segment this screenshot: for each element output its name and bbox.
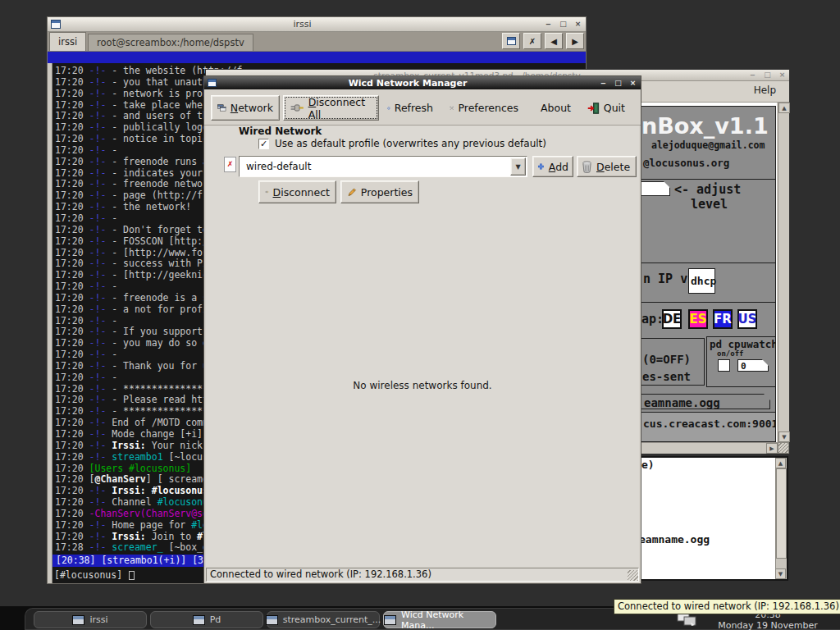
close-tab-icon[interactable]: ✗ (523, 33, 541, 49)
terminal-window-title: irssi (61, 19, 544, 30)
refresh-label: Refresh (395, 102, 433, 114)
taskbar-item-pd[interactable]: Pd (150, 611, 263, 628)
terminal-tabbar: irssi root@screambox:/home/dspstv ✗ ◀ ▶ (48, 32, 586, 52)
taskbar-item-streambox[interactable]: streambox_current_... (267, 611, 380, 628)
delete-button[interactable]: Delete (577, 156, 637, 177)
irssi-topic-bar (48, 52, 586, 63)
close-icon[interactable]: × (628, 79, 637, 88)
combo-arrow-icon[interactable]: ▼ (510, 158, 526, 176)
wicd-window: Wicd Network Manager ‒ □ × Network Disco… (203, 75, 641, 584)
refresh-button[interactable]: Refresh (381, 95, 439, 121)
patch-email: alejoduque@gmail.com (651, 139, 765, 151)
maximize-icon[interactable]: □ (614, 79, 623, 88)
terminal-titlebar[interactable]: irssi ‒ □ × (48, 17, 586, 32)
vertical-scrollbar[interactable]: ▲ ▼ (775, 458, 787, 579)
cpuwatch-box: pd cpuwatch on/off 0 (706, 336, 776, 387)
tab-shell[interactable]: root@screambox:/home/dspstv (88, 34, 253, 51)
keymap-button-es[interactable]: ES (688, 309, 708, 329)
window-icon (266, 615, 278, 625)
keymap-label: ap: (641, 312, 664, 326)
add-button[interactable]: Add (532, 156, 573, 177)
wicd-titlebar[interactable]: Wicd Network Manager ‒ □ × (204, 76, 641, 89)
refresh-icon (387, 101, 390, 116)
minimize-icon[interactable]: ‒ (544, 20, 553, 29)
plus-icon (537, 161, 545, 172)
stream-url: cus.creacast.com:9001/ (643, 418, 776, 430)
profile-combobox-value: wired-default (240, 161, 510, 172)
wicd-toolbar: Network Disconnect All Refresh Preferenc… (204, 89, 641, 126)
scroll-down-icon[interactable]: ▼ (778, 431, 790, 442)
window-icon (72, 615, 84, 625)
properties-button[interactable]: Properties (340, 180, 419, 203)
plug-icon (290, 102, 304, 114)
new-terminal-icon[interactable] (502, 33, 520, 49)
delete-label: Delete (596, 161, 630, 173)
window-icon (193, 615, 205, 625)
clock-date: Monday 19 November (714, 620, 821, 630)
scroll-up-icon[interactable]: ▲ (775, 458, 786, 468)
plug-icon (265, 186, 269, 198)
disconnect-all-button[interactable]: Disconnect All (283, 95, 379, 121)
taskbar-item-wicd[interactable]: Wicd Network Mana... (383, 611, 496, 628)
wicd-content: Wired Network ✓ Use as default profile (… (206, 126, 639, 567)
terminal-icon (507, 37, 516, 45)
dhcp-message-box[interactable]: dhcp (688, 268, 715, 294)
disconnect-all-label: Disconnect All (308, 96, 372, 121)
keymap-button-de[interactable]: DE (662, 309, 682, 329)
no-networks-message: No wireless networks found. (206, 380, 639, 391)
scroll-right-icon[interactable]: ▶ (766, 443, 778, 454)
quit-label: Quit (604, 102, 625, 114)
cpuwatch-number-box[interactable]: 0 (737, 359, 769, 372)
patch-site: @locusonus.org (643, 157, 729, 169)
scrollbar-thumb[interactable] (776, 468, 787, 559)
maximize-icon[interactable]: □ (763, 71, 772, 80)
about-button[interactable]: About (531, 95, 577, 121)
close-icon[interactable]: × (573, 20, 582, 29)
disconnect-label: Disconnect (273, 186, 330, 199)
text-cursor (129, 571, 135, 580)
close-icon[interactable]: × (778, 71, 787, 80)
terminal-window-icon (51, 20, 61, 29)
terminal-scrollbar[interactable] (48, 63, 52, 583)
disconnect-button[interactable]: Disconnect (258, 180, 336, 203)
tools-icon (450, 101, 454, 116)
window-icon (384, 615, 396, 625)
profile-combobox[interactable]: wired-default ▼ (239, 156, 527, 177)
menu-help[interactable]: Help (754, 84, 776, 96)
minimize-icon[interactable]: ‒ (599, 79, 608, 88)
wicd-window-title: Wicd Network Manager (217, 78, 599, 89)
scroll-down-icon[interactable]: ▼ (775, 568, 786, 579)
quit-door-icon (587, 101, 600, 116)
cpuwatch-title: pd cpuwatch (710, 338, 776, 350)
taskbar-item-irssi[interactable]: irssi (34, 611, 147, 628)
pencil-icon (347, 186, 357, 199)
network-windows-icon (217, 101, 226, 115)
scroll-up-icon[interactable]: ▲ (778, 103, 790, 113)
adjust-label: <- adjust (674, 182, 741, 197)
tab-irssi[interactable]: irssi (49, 32, 86, 51)
default-profile-checkbox[interactable]: ✓ (258, 139, 269, 149)
network-button-label: Network (231, 102, 273, 114)
trash-icon (582, 161, 592, 173)
wired-network-heading: Wired Network (239, 126, 322, 137)
about-label: About (541, 102, 571, 114)
wicd-statusbar: Connected to wired network (IP: 192.168.… (206, 568, 639, 582)
cpuwatch-onoff-label: on/off (717, 349, 744, 358)
properties-label: Properties (361, 186, 413, 199)
maximize-icon[interactable]: □ (559, 20, 568, 29)
minimize-icon[interactable]: ‒ (748, 71, 757, 80)
keymap-button-us[interactable]: US (737, 309, 757, 329)
quit-button[interactable]: Quit (582, 95, 631, 121)
resize-grip-icon[interactable] (628, 570, 638, 581)
keymap-button-fr[interactable]: FR (713, 309, 733, 329)
network-button[interactable]: Network (211, 95, 280, 121)
resize-grip[interactable] (778, 442, 789, 454)
preferences-button[interactable]: Preferences (444, 95, 524, 121)
vertical-scrollbar[interactable]: ▲ ▼ (778, 103, 789, 442)
cpuwatch-toggle[interactable] (718, 359, 730, 372)
subpatch-fragment-bottom: eamname.ogg (639, 533, 710, 546)
adjust-label-2: level (691, 197, 728, 212)
patch-title: nBox_v1.1 (641, 113, 769, 139)
next-tab-icon[interactable]: ▶ (566, 33, 584, 49)
prev-tab-icon[interactable]: ◀ (545, 33, 563, 49)
